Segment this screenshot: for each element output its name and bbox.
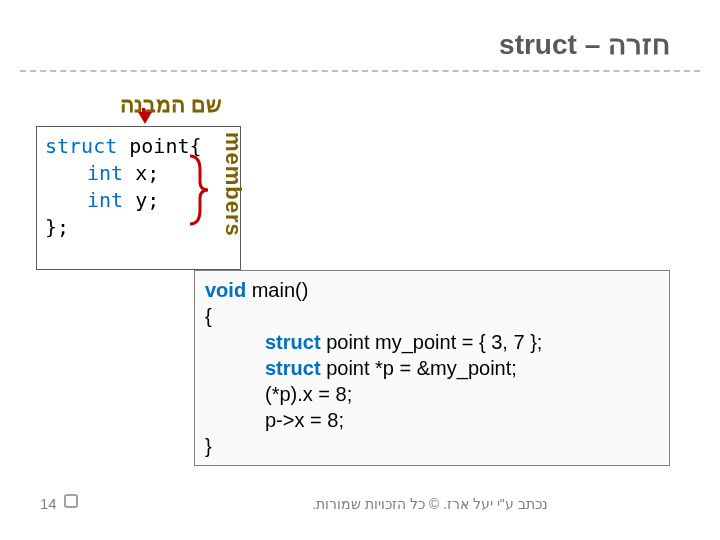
code-line: struct point *p = &my_point; <box>205 355 659 381</box>
code-line: } <box>205 433 659 459</box>
keyword-int: int <box>87 161 123 185</box>
keyword-struct: struct <box>45 134 117 158</box>
code-line: (*p).x = 8; <box>205 381 659 407</box>
code-text: y; <box>123 188 159 212</box>
copyright-text: נכתב ע"י יעל ארז. © כל הזכויות שמורות. <box>260 496 600 512</box>
keyword-struct: struct <box>265 331 321 353</box>
arrow-down-icon <box>138 112 152 124</box>
code-text: (*p).x = 8; <box>265 383 352 405</box>
code-line: void main() <box>205 277 659 303</box>
main-code-box: void main() { struct point my_point = { … <box>194 270 670 466</box>
code-line: p->x = 8; <box>205 407 659 433</box>
keyword-struct: struct <box>265 357 321 379</box>
curly-brace-icon <box>182 154 212 226</box>
members-label: members <box>220 132 246 237</box>
title-divider <box>20 70 700 72</box>
code-text: point my_point = { 3, 7 }; <box>321 331 543 353</box>
keyword-int: int <box>87 188 123 212</box>
bullet-icon <box>64 494 78 508</box>
slide-title: חזרה – struct <box>499 28 670 61</box>
code-text: p->x = 8; <box>265 409 344 431</box>
page-number: 14 <box>40 495 57 512</box>
code-line: struct point my_point = { 3, 7 }; <box>205 329 659 355</box>
code-line: { <box>205 303 659 329</box>
keyword-void: void <box>205 279 246 301</box>
struct-name-label: שם המבנה <box>120 92 222 118</box>
code-text: x; <box>123 161 159 185</box>
code-text: main() <box>246 279 308 301</box>
code-text: point *p = &my_point; <box>321 357 517 379</box>
